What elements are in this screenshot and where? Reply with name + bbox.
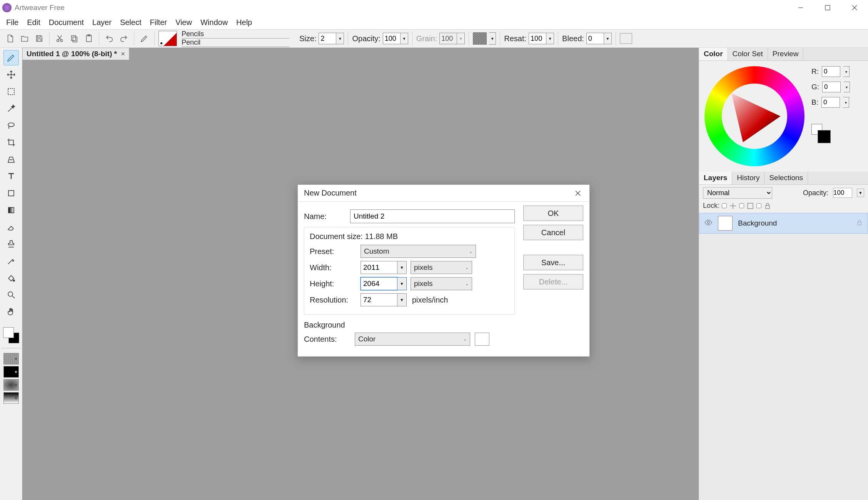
crop-tool[interactable] <box>3 135 19 150</box>
move-tool[interactable] <box>3 67 19 82</box>
b-input[interactable] <box>821 97 840 108</box>
nozzle-swatch[interactable]: ▼ <box>3 379 19 391</box>
r-input[interactable] <box>822 66 840 77</box>
opacity-dropdown[interactable]: ▼ <box>401 33 408 44</box>
panel-fg-bg-swatch[interactable] <box>811 124 831 143</box>
tab-selections[interactable]: Selections <box>765 172 808 184</box>
height-unit-select[interactable]: pixels⌄ <box>411 277 472 290</box>
maximize-button[interactable] <box>814 0 841 15</box>
lasso-tool[interactable] <box>3 118 19 133</box>
g-input[interactable] <box>822 82 841 92</box>
texture-dropdown[interactable]: ▼ <box>489 32 496 45</box>
r-stepper[interactable]: ▾ <box>843 66 850 77</box>
color-wheel[interactable] <box>704 66 805 166</box>
bleed-input[interactable] <box>586 33 604 44</box>
gradient-swatch[interactable]: ▼ <box>3 392 19 404</box>
copy-icon[interactable] <box>68 32 80 45</box>
dialog-close-button[interactable] <box>573 188 583 199</box>
wand-tool[interactable] <box>3 101 19 116</box>
lock-pixels-checkbox[interactable] <box>739 203 744 208</box>
lock-transparent-checkbox[interactable] <box>722 203 727 208</box>
brush-name-label[interactable]: Pencil <box>182 38 289 47</box>
size-input[interactable] <box>319 33 336 44</box>
tab-history[interactable]: History <box>732 172 765 184</box>
minimize-button[interactable] <box>787 0 814 15</box>
lock-all-checkbox[interactable] <box>756 203 761 208</box>
height-dropdown[interactable]: ▼ <box>397 277 407 290</box>
undo-icon[interactable] <box>103 32 115 45</box>
resat-dropdown[interactable]: ▼ <box>546 33 554 44</box>
eyedropper-tool[interactable] <box>3 253 19 269</box>
redo-icon[interactable] <box>118 32 130 45</box>
shape-tool[interactable] <box>3 186 19 201</box>
contents-select[interactable]: Color⌄ <box>355 333 470 346</box>
save-preset-button[interactable]: Save... <box>523 255 583 270</box>
close-button[interactable] <box>841 0 868 15</box>
height-input[interactable] <box>361 277 397 290</box>
paper-swatch[interactable]: ▼ <box>3 353 19 365</box>
save-file-icon[interactable] <box>33 32 45 45</box>
width-unit-select[interactable]: pixels⌄ <box>411 261 472 274</box>
tab-layers[interactable]: Layers <box>699 172 732 184</box>
gradient-tool[interactable] <box>3 202 19 218</box>
width-dropdown[interactable]: ▼ <box>397 261 407 274</box>
stamp-tool[interactable] <box>3 236 19 252</box>
paste-icon[interactable] <box>83 32 95 45</box>
layer-opacity-dropdown[interactable]: ▼ <box>857 189 864 197</box>
menu-layer[interactable]: Layer <box>88 17 115 28</box>
hand-tool[interactable] <box>3 304 19 319</box>
tab-color[interactable]: Color <box>699 48 728 60</box>
brush-tool[interactable] <box>3 50 19 65</box>
width-input[interactable] <box>361 261 397 274</box>
tab-preview[interactable]: Preview <box>768 48 804 60</box>
svg-line-9 <box>58 35 61 40</box>
options-toggle[interactable] <box>620 33 632 44</box>
marquee-tool[interactable] <box>3 84 19 99</box>
size-dropdown[interactable]: ▼ <box>336 33 344 44</box>
svg-rect-1 <box>825 5 830 10</box>
lock-label: Lock: <box>703 202 719 210</box>
resolution-input[interactable] <box>361 293 397 306</box>
pattern-swatch[interactable]: ▼ <box>3 366 19 378</box>
bleed-dropdown[interactable]: ▼ <box>604 33 612 44</box>
g-stepper[interactable]: ▾ <box>844 82 850 92</box>
opacity-input[interactable] <box>383 33 401 44</box>
tab-color-set[interactable]: Color Set <box>728 48 768 60</box>
app-icon <box>2 3 12 12</box>
visibility-icon[interactable] <box>704 218 713 229</box>
name-input[interactable] <box>350 209 515 223</box>
eraser-tool[interactable] <box>3 219 19 235</box>
menu-filter[interactable]: Filter <box>146 17 170 28</box>
menu-file[interactable]: File <box>2 17 22 28</box>
open-file-icon[interactable] <box>18 32 31 45</box>
menu-select[interactable]: Select <box>116 17 145 28</box>
brush-tool-icon[interactable] <box>138 32 150 45</box>
menu-help[interactable]: Help <box>232 17 256 28</box>
menu-view[interactable]: View <box>172 17 196 28</box>
b-stepper[interactable]: ▾ <box>843 97 849 108</box>
cut-icon[interactable] <box>53 32 66 45</box>
ok-button[interactable]: OK <box>523 206 583 221</box>
perspective-tool[interactable] <box>3 152 19 167</box>
fg-bg-swatch[interactable] <box>3 327 19 343</box>
texture-swatch[interactable] <box>473 32 487 45</box>
background-color-swatch[interactable] <box>475 333 489 346</box>
resat-input[interactable] <box>529 33 546 44</box>
cancel-button[interactable]: Cancel <box>523 225 583 240</box>
new-file-icon[interactable] <box>4 32 16 45</box>
layer-item[interactable]: Background <box>699 213 868 234</box>
brush-group-label[interactable]: Pencils <box>182 30 289 38</box>
brush-preview[interactable] <box>159 31 177 46</box>
fill-tool[interactable] <box>3 270 19 286</box>
canvas-area[interactable]: Untitled 1 @ 100% (8-bit) * × New Docume… <box>22 48 699 500</box>
text-tool[interactable] <box>3 169 19 184</box>
preset-select[interactable]: Custom⌄ <box>361 245 476 258</box>
layer-opacity-input[interactable] <box>833 188 852 198</box>
resolution-dropdown[interactable]: ▼ <box>397 293 407 306</box>
menu-edit[interactable]: Edit <box>23 17 44 28</box>
zoom-tool[interactable] <box>3 287 19 303</box>
menu-window[interactable]: Window <box>197 17 232 28</box>
blend-mode-select[interactable]: Normal <box>703 187 772 199</box>
new-document-dialog: New Document Name: Document size: 11.88 … <box>297 184 590 357</box>
menu-document[interactable]: Document <box>45 17 88 28</box>
